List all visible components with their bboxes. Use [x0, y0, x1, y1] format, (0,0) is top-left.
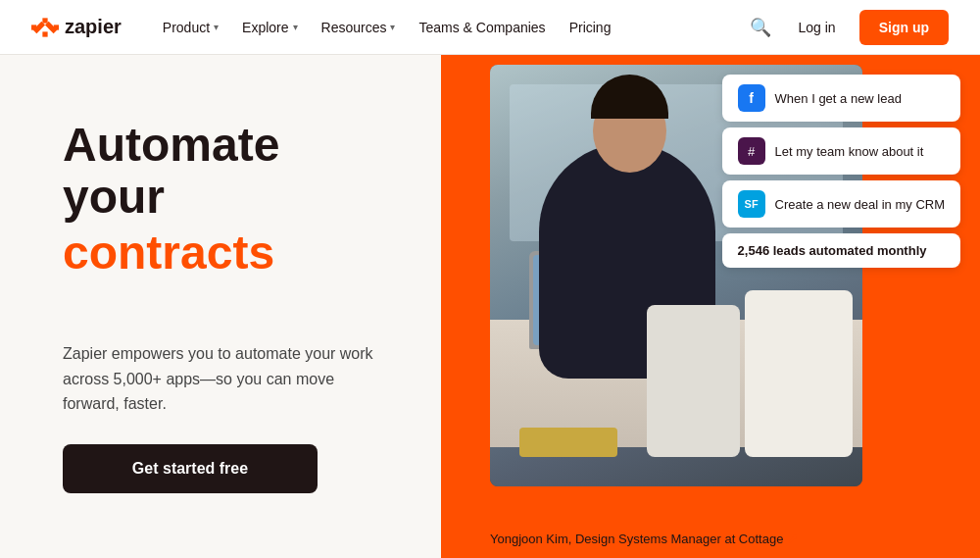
nav-links: Product ▾ Explore ▾ Resources ▾ Teams & … [153, 14, 746, 41]
automation-cards: f When I get a new lead # Let my team kn… [722, 75, 960, 268]
search-icon: 🔍 [750, 18, 771, 37]
logo[interactable]: zapier [31, 16, 122, 38]
stats-label: 2,546 leads automated monthly [738, 243, 927, 258]
card-1-text: When I get a new lead [775, 91, 902, 106]
hero-left-panel: Automate your contracts Zapier empowers … [0, 55, 441, 558]
hero-heading: Automate your contracts [63, 120, 394, 279]
nav-explore[interactable]: Explore ▾ [232, 14, 307, 41]
automation-card-1: f When I get a new lead [722, 75, 960, 122]
external-link-icon: ↗ [787, 532, 798, 546]
caption-text: Yongjoon Kim, Design Systems Manager at … [490, 532, 783, 546]
card-2-text: Let my team know about it [775, 144, 924, 159]
search-button[interactable]: 🔍 [746, 13, 775, 42]
chevron-down-icon: ▾ [390, 22, 395, 32]
chevron-down-icon: ▾ [293, 22, 298, 32]
nav-actions: 🔍 Log in Sign up [746, 10, 949, 45]
automation-card-3: SF Create a new deal in my CRM [722, 180, 960, 228]
stats-card: 2,546 leads automated monthly [722, 233, 960, 268]
svg-rect-2 [42, 31, 47, 36]
login-button[interactable]: Log in [787, 14, 848, 41]
navigation: zapier Product ▾ Explore ▾ Resources ▾ T… [0, 0, 980, 55]
image-caption: Yongjoon Kim, Design Systems Manager at … [490, 532, 798, 546]
svg-rect-1 [42, 18, 47, 23]
hero-description: Zapier empowers you to automate your wor… [63, 341, 376, 417]
automation-card-2: # Let my team know about it [722, 127, 960, 175]
cta-button[interactable]: Get started free [63, 444, 318, 493]
signup-button[interactable]: Sign up [859, 10, 949, 45]
logo-text: zapier [65, 16, 122, 38]
zapier-logo-icon [31, 18, 59, 37]
salesforce-icon: SF [738, 190, 765, 218]
nav-teams-companies[interactable]: Teams & Companies [409, 14, 555, 41]
hero-right-panel: f When I get a new lead # Let my team kn… [441, 55, 980, 558]
nav-product[interactable]: Product ▾ [153, 14, 228, 41]
nav-resources[interactable]: Resources ▾ [312, 14, 406, 41]
facebook-icon: f [738, 84, 765, 112]
nav-pricing[interactable]: Pricing [560, 14, 621, 41]
main-content: Automate your contracts Zapier empowers … [0, 55, 980, 558]
slack-icon: # [738, 137, 765, 165]
chevron-down-icon: ▾ [214, 22, 219, 32]
card-3-text: Create a new deal in my CRM [775, 197, 945, 212]
